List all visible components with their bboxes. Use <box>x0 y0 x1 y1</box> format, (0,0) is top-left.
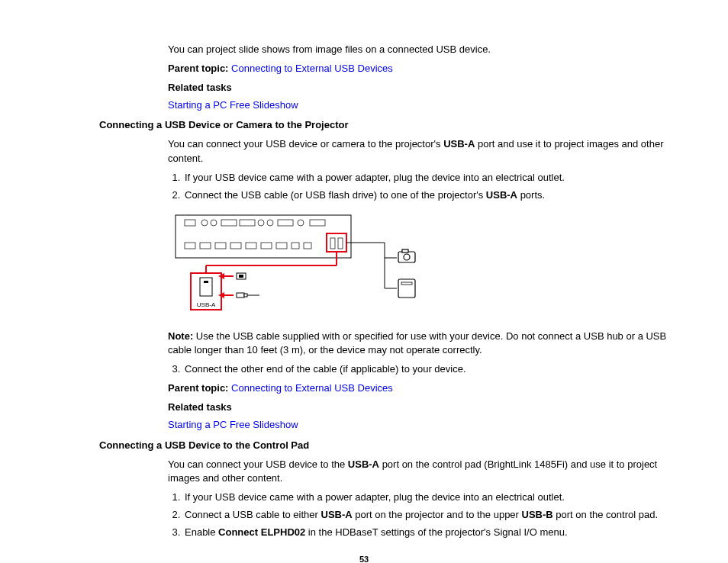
related-tasks-link[interactable]: Starting a PC Free Slideshow <box>168 99 298 111</box>
svg-rect-14 <box>230 243 241 249</box>
svg-rect-21 <box>330 238 335 249</box>
svg-rect-30 <box>239 275 243 278</box>
svg-rect-27 <box>200 278 212 296</box>
connection-diagram: USB-A <box>168 212 682 319</box>
section2-step-3: Enable Connect ELPHD02 in the HDBaseT se… <box>183 526 682 540</box>
svg-rect-17 <box>276 243 287 249</box>
section2-step-1: If your USB device came with a power ada… <box>183 491 682 505</box>
svg-point-3 <box>211 220 217 226</box>
svg-rect-4 <box>221 220 237 226</box>
svg-rect-15 <box>246 243 256 249</box>
section1-step-1: If your USB device came with a power ada… <box>183 171 682 185</box>
section1-step-2: Connect the USB cable (or USB flash driv… <box>183 188 682 203</box>
intro-paragraph: You can project slide shows from image f… <box>168 43 682 57</box>
svg-point-2 <box>201 220 208 226</box>
parent-topic-line-2: Parent topic: Connecting to External USB… <box>168 381 682 396</box>
svg-rect-34 <box>244 294 247 297</box>
camera-icon <box>398 249 415 262</box>
svg-point-43 <box>404 254 410 260</box>
section-heading-usb-device-camera: Connecting a USB Device or Camera to the… <box>99 118 682 133</box>
svg-rect-44 <box>402 249 408 253</box>
svg-point-7 <box>267 220 273 226</box>
svg-rect-46 <box>401 282 412 285</box>
svg-rect-33 <box>237 293 244 298</box>
svg-rect-22 <box>338 238 343 249</box>
related-tasks-link-2[interactable]: Starting a PC Free Slideshow <box>168 419 298 430</box>
section1-intro: You can connect your USB device or camer… <box>168 137 682 166</box>
svg-rect-28 <box>204 281 208 283</box>
svg-rect-11 <box>185 243 195 249</box>
parent-topic-line: Parent topic: Connecting to External USB… <box>168 62 682 76</box>
diagram-usb-a-label: USB-A <box>197 301 216 308</box>
svg-point-9 <box>298 220 304 226</box>
parent-topic-link-2[interactable]: Connecting to External USB Devices <box>231 382 393 394</box>
section2-step-2: Connect a USB cable to either USB-A port… <box>183 508 682 523</box>
parent-topic-link[interactable]: Connecting to External USB Devices <box>231 63 393 74</box>
svg-rect-13 <box>215 243 226 249</box>
svg-rect-8 <box>278 220 293 226</box>
svg-point-6 <box>258 220 264 226</box>
external-drive-icon <box>398 279 415 298</box>
usb-flash-drive-icon <box>237 273 246 279</box>
svg-rect-10 <box>310 220 325 226</box>
usb-cable-icon <box>237 293 259 298</box>
svg-rect-18 <box>292 243 299 249</box>
section1-step-3: Connect the other end of the cable (if a… <box>183 362 682 377</box>
related-tasks-label-2: Related tasks <box>168 401 682 415</box>
svg-rect-5 <box>240 220 255 226</box>
parent-topic-label: Parent topic: <box>168 63 228 74</box>
page-number: 53 <box>46 554 682 563</box>
svg-rect-16 <box>261 243 272 249</box>
svg-rect-19 <box>304 243 311 249</box>
section-heading-control-pad: Connecting a USB Device to the Control P… <box>99 439 682 453</box>
section1-note: Note: Use the USB cable supplied with or… <box>168 330 682 359</box>
section2-intro: You can connect your USB device to the U… <box>168 458 682 487</box>
svg-rect-12 <box>200 243 211 249</box>
svg-rect-1 <box>185 220 195 226</box>
related-tasks-label: Related tasks <box>168 81 682 95</box>
